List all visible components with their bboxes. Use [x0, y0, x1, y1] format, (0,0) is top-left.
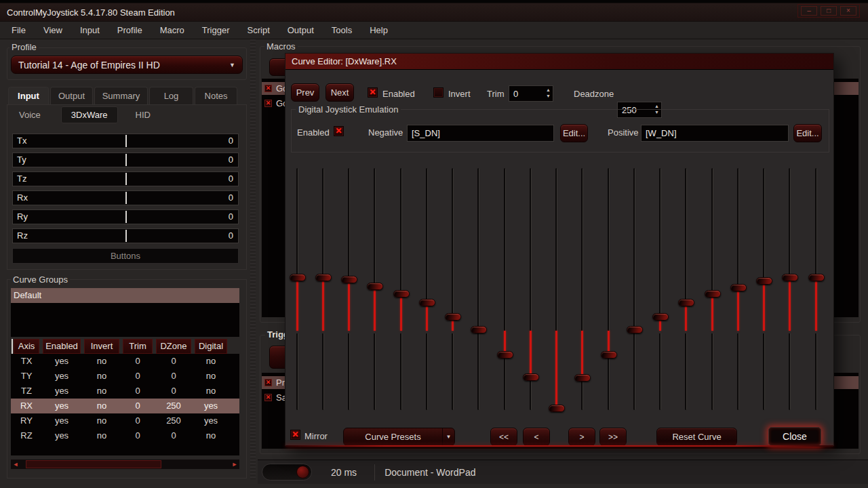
slider-thumb[interactable] [705, 290, 721, 298]
tab-notes[interactable]: Notes [195, 87, 237, 104]
slider-thumb[interactable] [497, 351, 513, 359]
close-icon[interactable]: × [840, 6, 856, 16]
tab-log[interactable]: Log [149, 87, 193, 104]
profile-dropdown[interactable]: Tutorial 14 - Age of Empires II HD ▼ [11, 56, 243, 74]
col-header-enabled[interactable]: Enabled [43, 339, 81, 354]
buttons-bar[interactable]: Buttons [12, 248, 239, 264]
table-row-rz[interactable]: RZyesno00no [11, 428, 239, 443]
curve-slider-0[interactable] [290, 163, 306, 422]
enabled-checkbox[interactable]: ✕ [368, 87, 378, 98]
curve-slider-1[interactable] [315, 163, 332, 422]
spinner-arrows-icon[interactable]: ▲▼ [546, 87, 551, 99]
shift-button-1[interactable]: < [523, 428, 550, 446]
scrollbar-track[interactable] [20, 460, 230, 469]
table-row-tz[interactable]: TZyesno00no [11, 384, 239, 399]
positive-edit-button[interactable]: Edit... [793, 124, 822, 142]
menu-macro[interactable]: Macro [151, 22, 193, 39]
next-button[interactable]: Next [326, 83, 354, 102]
slider-thumb[interactable] [315, 274, 332, 281]
reset-curve-button[interactable]: Reset Curve [656, 428, 737, 446]
slider-thumb[interactable] [652, 313, 669, 321]
minimize-icon[interactable]: – [801, 6, 817, 16]
table-row-rx[interactable]: RXyesno0250yes [11, 399, 239, 413]
curve-slider-11[interactable] [574, 163, 591, 422]
dje-enabled-checkbox[interactable]: ✕ [334, 126, 344, 136]
curve-slider-5[interactable] [419, 163, 435, 422]
curve-slider-13[interactable] [627, 163, 643, 422]
curve-slider-2[interactable] [341, 163, 357, 422]
table-row-ty[interactable]: TYyesno00no [11, 369, 239, 384]
col-header-dzone[interactable]: DZone [156, 339, 191, 354]
slider-thumb[interactable] [393, 290, 410, 298]
curve-slider-3[interactable] [367, 163, 383, 422]
menu-tools[interactable]: Tools [323, 22, 361, 39]
delay-slider-knob[interactable] [296, 466, 309, 479]
col-header-axis[interactable]: Axis [14, 339, 39, 354]
shift-button-0[interactable]: << [490, 428, 517, 446]
col-header-digital[interactable]: Digital [195, 339, 227, 354]
slider-thumb[interactable] [756, 277, 772, 285]
table-row-tx[interactable]: TXyesno00no [11, 354, 239, 369]
col-header-trim[interactable]: Trim [123, 339, 153, 354]
maximize-icon[interactable]: □ [821, 6, 837, 16]
curve-slider-18[interactable] [756, 163, 772, 422]
slider-thumb[interactable] [782, 274, 798, 281]
checkbox-icon[interactable]: ✕ [264, 379, 272, 386]
tab-output[interactable]: Output [50, 87, 93, 104]
curve-slider-15[interactable] [678, 163, 694, 422]
curve-slider-20[interactable] [808, 163, 825, 422]
curve-slider-7[interactable] [471, 163, 487, 422]
slider-thumb[interactable] [808, 274, 825, 281]
menu-input[interactable]: Input [71, 22, 108, 39]
subtab-voice[interactable]: Voice [9, 107, 50, 123]
curve-slider-9[interactable] [523, 163, 539, 422]
prev-button[interactable]: Prev [291, 83, 319, 102]
slider-thumb[interactable] [730, 284, 747, 291]
slider-thumb[interactable] [367, 283, 383, 290]
menu-view[interactable]: View [35, 22, 71, 39]
checkbox-icon[interactable]: ✕ [264, 100, 272, 107]
trim-spinner[interactable]: 0 ▲▼ [509, 85, 553, 102]
menu-trigger[interactable]: Trigger [193, 22, 239, 39]
tab-summary[interactable]: Summary [94, 87, 148, 104]
scroll-left-icon[interactable]: ◄ [11, 461, 20, 468]
slider-thumb[interactable] [627, 326, 643, 333]
horizontal-scrollbar[interactable]: ◄ ► [11, 460, 239, 469]
curve-presets-dropdown[interactable]: Curve Presets ▼ [343, 428, 455, 446]
curve-slider-8[interactable] [497, 163, 513, 422]
checkbox-icon[interactable]: ✕ [264, 394, 272, 401]
shift-button-3[interactable]: >> [599, 428, 627, 446]
menu-script[interactable]: Script [239, 22, 279, 39]
slider-thumb[interactable] [601, 351, 617, 359]
slider-thumb[interactable] [341, 276, 357, 283]
negative-edit-button[interactable]: Edit... [560, 124, 588, 142]
subtab-3dxware[interactable]: 3DxWare [61, 106, 118, 123]
slider-thumb[interactable] [549, 405, 565, 412]
close-button[interactable]: Close [768, 427, 821, 446]
slider-thumb[interactable] [471, 326, 487, 333]
curve-group-item-default[interactable]: Default [11, 288, 239, 303]
curve-slider-14[interactable] [652, 163, 669, 422]
mirror-checkbox[interactable]: ✕ [290, 430, 300, 440]
positive-field[interactable]: [W_DN] [641, 125, 789, 142]
negative-field[interactable]: [S_DN] [407, 125, 554, 142]
scroll-right-icon[interactable]: ► [230, 461, 239, 468]
delay-slider[interactable] [262, 464, 312, 481]
curve-slider-12[interactable] [601, 163, 617, 422]
menu-file[interactable]: File [3, 22, 35, 39]
checkbox-icon[interactable]: ✕ [264, 85, 272, 92]
scrollbar-thumb[interactable] [26, 460, 161, 468]
slider-thumb[interactable] [678, 299, 694, 306]
col-header-invert[interactable]: Invert [84, 339, 119, 354]
slider-thumb[interactable] [290, 274, 306, 281]
invert-checkbox[interactable] [433, 87, 443, 98]
curve-slider-19[interactable] [782, 163, 798, 422]
menu-help[interactable]: Help [361, 22, 397, 39]
curve-slider-17[interactable] [730, 163, 747, 422]
curve-slider-4[interactable] [393, 163, 410, 422]
menu-profile[interactable]: Profile [108, 22, 151, 39]
subtab-hid[interactable]: HID [126, 107, 160, 123]
menu-output[interactable]: Output [279, 22, 323, 39]
slider-thumb[interactable] [445, 313, 461, 321]
shift-button-2[interactable]: > [568, 428, 595, 446]
